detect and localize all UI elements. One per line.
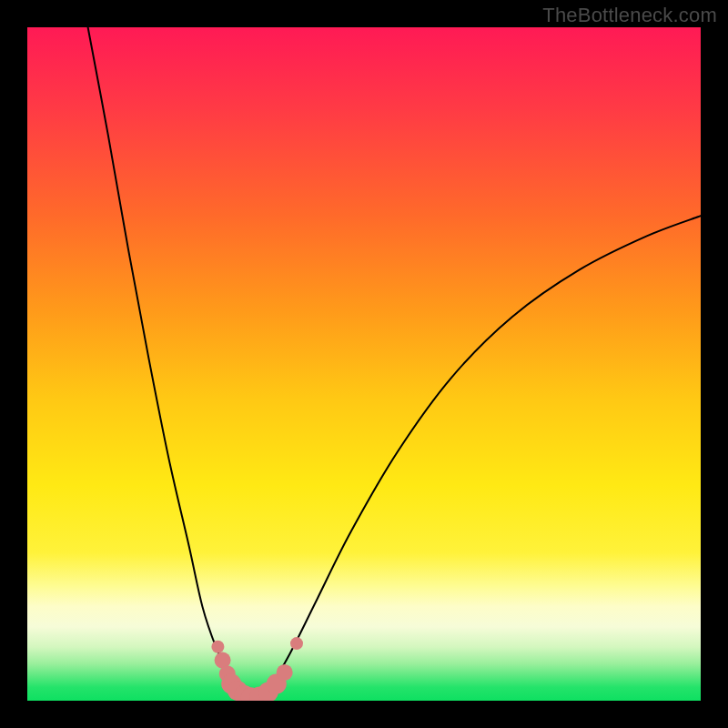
trough-marker <box>211 641 224 653</box>
trough-marker <box>277 664 293 681</box>
plot-area <box>27 27 701 701</box>
curve-layer <box>27 27 701 701</box>
chart-frame: TheBottleneck.com <box>0 0 728 728</box>
curve-right <box>257 216 701 697</box>
curve-left <box>88 27 253 697</box>
watermark-text: TheBottleneck.com <box>542 4 717 27</box>
trough-markers <box>211 637 303 701</box>
trough-marker <box>290 637 303 650</box>
